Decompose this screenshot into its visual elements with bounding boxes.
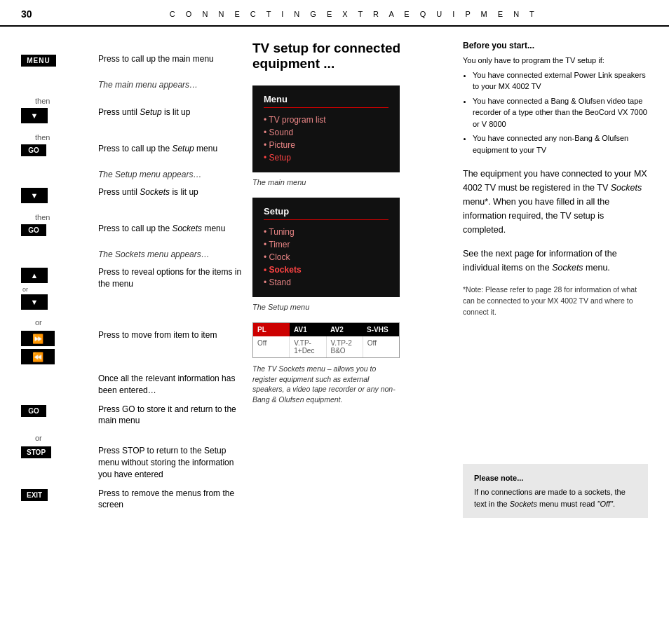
ffwd-text: Press to move from item to item (91, 329, 245, 341)
main-menu-title: Menu (264, 94, 388, 108)
please-note-text: If no connections are made to a sockets,… (474, 486, 637, 509)
see-next: See the next page for information of the… (463, 247, 648, 275)
middle-column: TV setup for connected equipment ... Men… (245, 41, 449, 518)
sockets-caption: The TV Sockets menu – allows you to regi… (252, 364, 400, 405)
sockets-header-av2: AV2 (326, 323, 363, 336)
sockets-header-svhs: S-VHS (363, 323, 399, 336)
setup-menu-note: The Setup menu appears… (98, 170, 245, 179)
ffwd-btn-area: ⏩ ⏪ (21, 329, 91, 366)
go-3-button[interactable]: GO (21, 405, 46, 417)
sockets-header: PL AV1 AV2 S-VHS (253, 323, 399, 336)
main-menu-note: The main menu appears… (98, 80, 245, 90)
before-start-intro: You only have to program the TV setup if… (463, 56, 604, 64)
arrows-both-text: Press to reveal options for the items in… (91, 266, 245, 290)
down-arrow-1-text: Press until Setup is lit up (91, 107, 245, 118)
go-1-instruction: GO Press to call up the Setup menu (21, 143, 245, 163)
main-desc: The equipment you have connected to your… (463, 167, 648, 237)
then-label-2: then (35, 133, 245, 142)
page-number: 30 (21, 8, 32, 20)
section-title-area: TV setup for connected equipment ... (252, 41, 449, 71)
stop-btn-area: STOP (21, 445, 91, 458)
setup-menu-item-tuning: • Tuning (264, 226, 388, 238)
then-label-1: then (35, 97, 245, 105)
menu-instruction: MENU Press to call up the main menu (21, 53, 245, 73)
go-3-btn-area: GO (21, 404, 91, 417)
sockets-val-av1: V.TP-1+Dec (290, 336, 326, 357)
go-2-button[interactable]: GO (21, 224, 46, 236)
down-arrow-button[interactable]: ▼ (21, 294, 48, 310)
setup-menu-list: • Tuning • Timer • Clock • Sockets • Sta… (264, 226, 388, 289)
go-2-text: Press to call up the Sockets menu (91, 223, 245, 235)
note-small: *Note: Please refer to page 28 for infor… (463, 285, 648, 317)
menu-text: Press to call up the main menu (91, 53, 245, 65)
sockets-menu-screenshot: PL AV1 AV2 S-VHS Off V.TP-1+Dec V.TP-2 B… (252, 322, 400, 358)
main-menu-caption: The main menu (252, 178, 449, 186)
down-arrow-1-instruction: ▼ Press until Setup is lit up (21, 107, 245, 126)
main-content: MENU Press to call up the main menu The … (0, 27, 669, 532)
down-arrow-2-instruction: ▼ Press until Sockets is lit up (21, 186, 245, 206)
before-start-item-3: You have connected any non-Bang & Olufse… (473, 132, 648, 156)
down-arrow-2-text: Press until Sockets is lit up (91, 186, 245, 198)
menu-button[interactable]: MENU (21, 55, 56, 67)
menu-btn-area: MENU (21, 53, 91, 67)
sockets-val-pl: Off (253, 336, 290, 357)
main-section-title: TV setup for connected equipment ... (252, 41, 449, 71)
sockets-header-av1: AV1 (290, 323, 326, 336)
go-2-btn-area: GO (21, 223, 91, 236)
or-label-2: or (35, 434, 245, 442)
setup-menu-item-sockets: • Sockets (264, 263, 388, 276)
setup-menu-title: Setup (264, 206, 388, 220)
sockets-val-svhs: Off (363, 336, 399, 357)
setup-menu-item-clock: • Clock (264, 251, 388, 263)
down-arrow-1-button[interactable]: ▼ (21, 108, 48, 123)
then-label-3: then (35, 213, 245, 221)
go-1-text: Press to call up the Setup menu (91, 143, 245, 155)
up-arrow-button[interactable]: ▲ (21, 268, 48, 283)
down-arrow-1-btn-area: ▼ (21, 107, 91, 125)
right-col-inner: Before you start... You only have to pro… (463, 41, 648, 518)
sockets-val-av2: V.TP-2 B&O (327, 336, 363, 357)
main-menu-item-setup: • Setup (264, 151, 388, 164)
ffwd-button[interactable]: ⏩ (21, 331, 55, 346)
rewind-button[interactable]: ⏪ (21, 349, 55, 364)
exit-button[interactable]: EXIT (21, 489, 48, 501)
exit-instruction: EXIT Press to remove the menus from the … (21, 488, 245, 512)
before-start-item-1: You have connected external Power Link s… (473, 69, 648, 93)
setup-menu-caption: The Setup menu (252, 303, 449, 311)
main-menu-item-tvprog: • TV program list (264, 114, 388, 126)
main-menu-item-picture: • Picture (264, 139, 388, 151)
setup-menu-item-stand: • Stand (264, 276, 388, 289)
stop-text: Press STOP to return to the Setup menu w… (91, 445, 245, 480)
stop-instruction: STOP Press STOP to return to the Setup m… (21, 445, 245, 480)
setup-menu-item-timer: • Timer (264, 238, 388, 251)
bottom-note: Please note... If no connections are mad… (463, 450, 648, 519)
left-column: MENU Press to call up the main menu The … (21, 41, 245, 518)
go-3-text: Press GO to store it and return to the m… (91, 404, 245, 427)
sockets-header-pl: PL (253, 323, 290, 336)
exit-btn-area: EXIT (21, 488, 91, 501)
go-1-button[interactable]: GO (21, 144, 46, 156)
main-menu-screenshot: Menu • TV program list • Sound • Picture… (252, 85, 400, 172)
please-note-title: Please note... (474, 472, 637, 484)
down-arrow-2-btn-area: ▼ (21, 186, 91, 205)
go-2-instruction: GO Press to call up the Sockets menu (21, 223, 245, 242)
go-1-btn-area: GO (21, 143, 91, 156)
down-arrow-2-button[interactable]: ▼ (21, 188, 48, 203)
setup-menu-screenshot: Setup • Tuning • Timer • Clock • Sockets… (252, 198, 400, 297)
main-menu-item-sound: • Sound (264, 126, 388, 139)
ffwd-instruction: ⏩ ⏪ Press to move from item to item (21, 329, 245, 366)
page-title: C O N N E C T I N G E X T R A E Q U I P … (60, 10, 648, 18)
page-header: 30 C O N N E C T I N G E X T R A E Q U I… (0, 0, 669, 27)
arrows-both-instruction: ▲ or ▼ Press to reveal options for the i… (21, 266, 245, 311)
stop-button[interactable]: STOP (21, 446, 51, 458)
main-menu-list: • TV program list • Sound • Picture • Se… (264, 114, 388, 164)
before-start-item-2: You have connected a Bang & Olufsen vide… (473, 95, 648, 130)
go-3-instruction: GO Press GO to store it and return to th… (21, 404, 245, 427)
once-block: Once all the relevant information has be… (98, 373, 245, 397)
before-start-title: Before you start... (463, 41, 648, 50)
right-column: Before you start... You only have to pro… (449, 41, 648, 518)
please-note-box: Please note... If no connections are mad… (463, 464, 648, 519)
arrows-both-btn-area: ▲ or ▼ (21, 266, 91, 311)
or-label-1: or (35, 318, 245, 327)
sockets-body: Off V.TP-1+Dec V.TP-2 B&O Off (253, 336, 399, 357)
